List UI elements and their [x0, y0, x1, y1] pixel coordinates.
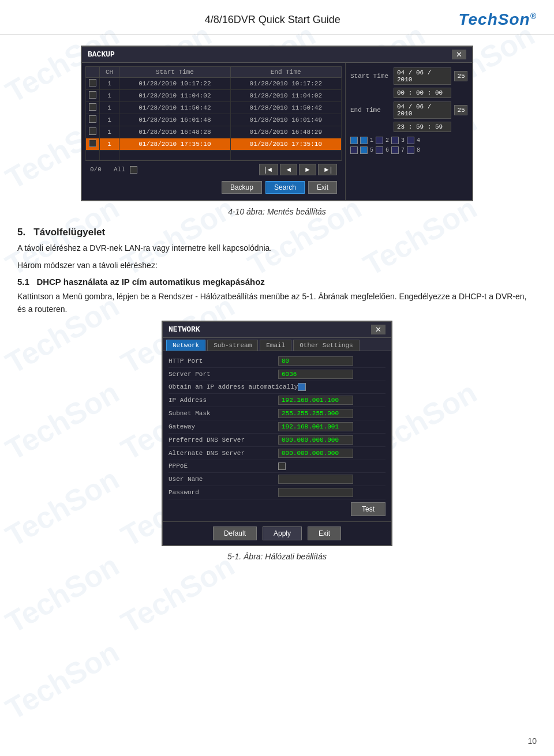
page-number: 10	[527, 736, 537, 746]
tab-other-settings[interactable]: Other Settings	[293, 340, 359, 351]
net-value-http[interactable]: 80	[278, 356, 353, 366]
row-end: 01/28/2010 16:48:29	[230, 126, 341, 138]
net-value-dns1[interactable]: 000.000.000.000	[278, 435, 353, 445]
table-row[interactable]: 1 01/28/2010 11:50:42 01/28/2010 11:50:4…	[86, 102, 342, 114]
net-row-http: HTTP Port 80	[169, 355, 385, 368]
net-value-ip[interactable]: 192.168.001.100	[278, 396, 353, 405]
net-label-password: Password	[169, 489, 278, 496]
row-checkbox[interactable]	[89, 115, 96, 123]
ch8-checkbox[interactable]	[407, 146, 414, 154]
ch3-checkbox[interactable]	[391, 137, 399, 144]
net-value-password[interactable]	[278, 488, 353, 497]
net-pppoe-checkbox[interactable]	[278, 462, 286, 470]
tab-substream[interactable]: Sub-stream	[207, 340, 258, 351]
net-value-username[interactable]	[278, 475, 353, 484]
ch2-checkbox[interactable]	[376, 137, 383, 144]
end-time-row: End Time 04 / 06 / 2010 25	[350, 101, 467, 119]
backup-button[interactable]: Backup	[222, 181, 262, 194]
search-button[interactable]: Search	[265, 181, 305, 194]
row-checkbox[interactable]	[89, 79, 96, 86]
section-5-heading: 5. Távolfelügyelet	[17, 227, 537, 238]
ch5-checkbox[interactable]	[360, 146, 368, 154]
ch7-checkbox[interactable]	[391, 146, 399, 154]
net-dhcp-checkbox[interactable]	[298, 383, 306, 391]
default-button[interactable]: Default	[213, 526, 257, 540]
end-date-field[interactable]: 04 / 06 / 2010	[394, 101, 451, 119]
row-end: 01/28/2010 11:04:02	[230, 90, 341, 102]
ch-row2-all[interactable]	[350, 146, 358, 154]
network-body: HTTP Port 80 Server Port 6036 Obtain an …	[163, 351, 391, 521]
end-clock-field[interactable]: 23 : 59 : 59	[394, 122, 451, 132]
row-checkbox[interactable]	[89, 140, 96, 147]
channel-section: 1 2 3 4 5 6	[350, 137, 467, 154]
net-value-dns2[interactable]: 000.000.000.000	[278, 449, 353, 458]
table-row-selected[interactable]: 1 01/28/2010 17:35:10 01/28/2010 17:35:1…	[86, 138, 342, 151]
network-screenshot: NETWORK ✕ Network Sub-stream Email Other…	[162, 321, 392, 546]
row-start: 01/28/2010 17:35:10	[119, 138, 230, 151]
network-close-button[interactable]: ✕	[371, 325, 385, 334]
table-row[interactable]: 1 01/28/2010 16:01:48 01/28/2010 16:01:4…	[86, 114, 342, 126]
net-row-username: User Name	[169, 473, 385, 486]
row-checkbox[interactable]	[89, 127, 96, 135]
row-end: 01/28/2010 11:50:42	[230, 102, 341, 114]
col-start-time: Start Time	[119, 67, 230, 78]
table-row[interactable]: 1 01/28/2010 11:04:02 01/28/2010 11:04:0…	[86, 90, 342, 102]
row-checkbox[interactable]	[89, 103, 96, 111]
nav-first-button[interactable]: |◄	[259, 164, 278, 175]
row-ch: 1	[100, 78, 119, 90]
net-value-gateway[interactable]: 192.168.001.001	[278, 422, 353, 431]
all-checkbox[interactable]	[130, 166, 137, 174]
page-title: 4/8/16DVR Quick Start Guide	[87, 14, 458, 26]
end-date-spinbox[interactable]: 25	[454, 105, 467, 115]
net-exit-button[interactable]: Exit	[308, 526, 341, 540]
net-label-dns2: Alternate DNS Server	[169, 450, 278, 457]
net-row-subnet: Subnet Mask 255.255.255.000	[169, 407, 385, 420]
start-clock-field[interactable]: 00 : 00 : 00	[394, 88, 451, 98]
network-tabs: Network Sub-stream Email Other Settings	[163, 338, 391, 351]
row-start: 01/28/2010 11:50:42	[119, 102, 230, 114]
nav-next-button[interactable]: ►	[299, 164, 316, 175]
nav-last-button[interactable]: ►|	[318, 164, 337, 175]
tab-network[interactable]: Network	[166, 340, 205, 351]
net-value-server[interactable]: 6036	[278, 370, 353, 379]
start-date-field[interactable]: 04 / 06 / 2010	[394, 67, 451, 85]
ch1-checkbox[interactable]	[360, 137, 368, 144]
all-label: All	[114, 166, 125, 173]
net-row-server: Server Port 6036	[169, 368, 385, 381]
nav-prev-button[interactable]: ◄	[280, 164, 297, 175]
test-button[interactable]: Test	[351, 502, 385, 516]
brand-son: Son	[498, 10, 530, 28]
caption-1: 4-10 ábra: Mentés beállítás	[17, 207, 537, 216]
col-ch: CH	[100, 67, 119, 78]
tab-email[interactable]: Email	[260, 340, 291, 351]
row-end: 01/28/2010 17:35:10	[230, 138, 341, 151]
backup-footer: 0/0 All |◄ ◄ ► ►|	[85, 160, 342, 178]
row-checkbox[interactable]	[89, 91, 96, 99]
ch1-label: 1	[370, 137, 373, 144]
table-row[interactable]: 1 01/28/2010 10:17:22 01/28/2010 10:17:2…	[86, 78, 342, 90]
net-label-gateway: Gateway	[169, 423, 278, 430]
row-end: 01/28/2010 10:17:22	[230, 78, 341, 90]
backup-table-section: CH Start Time End Time 1 01/28/2010 10:1…	[82, 63, 345, 200]
ch4-checkbox[interactable]	[407, 137, 414, 144]
row-ch: 1	[100, 114, 119, 126]
ch-all-checkbox[interactable]	[350, 137, 358, 144]
apply-button[interactable]: Apply	[263, 526, 302, 540]
net-row-gateway: Gateway 192.168.001.001	[169, 420, 385, 434]
ch8-label: 8	[417, 147, 420, 153]
row-ch: 1	[100, 90, 119, 102]
net-label-http: HTTP Port	[169, 358, 278, 364]
net-value-subnet[interactable]: 255.255.255.000	[278, 409, 353, 418]
start-date-spinbox[interactable]: 25	[454, 71, 467, 81]
page-header: 4/8/16DVR Quick Start Guide TechSon®	[0, 0, 554, 35]
backup-title: BACKUP	[88, 50, 115, 59]
table-row[interactable]: 1 01/28/2010 16:48:28 01/28/2010 16:48:2…	[86, 126, 342, 138]
backup-close-button[interactable]: ✕	[452, 50, 466, 59]
ch7-label: 7	[401, 147, 405, 153]
end-clock-row: 23 : 59 : 59	[350, 122, 467, 132]
exit-button[interactable]: Exit	[308, 181, 337, 194]
backup-titlebar: BACKUP ✕	[82, 47, 472, 63]
network-footer: Default Apply Exit	[163, 521, 391, 545]
ch6-checkbox[interactable]	[376, 146, 383, 154]
net-label-server: Server Port	[169, 371, 278, 378]
